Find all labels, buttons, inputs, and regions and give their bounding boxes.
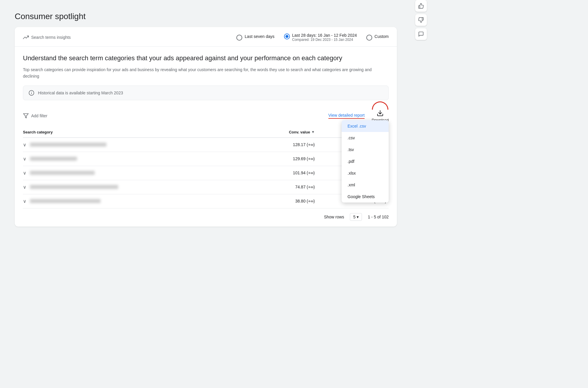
- table-row: ∨blurred category text here101.94 (+∞)1K…: [23, 166, 389, 180]
- filter-row: Add filter View detailed report: [23, 106, 389, 127]
- radio-label-custom: Custom: [375, 34, 389, 39]
- radio-circle-last7: [236, 35, 242, 41]
- dropdown-item-google-sheets[interactable]: Google Sheets: [342, 191, 389, 203]
- search-insights-label: Search terms insights: [23, 34, 71, 40]
- show-rows-label: Show rows: [324, 215, 344, 219]
- filter-button[interactable]: Add filter: [23, 113, 47, 119]
- pagination-text: 1 - 5 of 102: [368, 215, 389, 219]
- page-title: Consumer spotlight: [15, 12, 397, 21]
- info-icon: [29, 90, 34, 96]
- dropdown-item-excel-csv[interactable]: Excel .csv: [342, 120, 389, 132]
- rows-value: 5: [353, 215, 355, 219]
- table-cell-category: ∨blurred category text here: [23, 180, 251, 194]
- radio-custom[interactable]: Custom: [366, 34, 389, 41]
- table-row: ∨blurred category text here38.80 (+∞)100…: [23, 194, 389, 208]
- chevron-expand-icon[interactable]: ∨: [23, 142, 26, 148]
- table-row: ∨blurred category text here74.87 (+∞)100…: [23, 180, 389, 194]
- radio-label-last28: Last 28 days: 16 Jan - 12 Feb 2024: [292, 33, 357, 38]
- thumbup-button[interactable]: [415, 0, 427, 12]
- main-card: Search terms insights Last seven days La…: [15, 27, 397, 227]
- table-footer: Show rows 5 ▾ 1 - 5 of 102: [23, 208, 389, 227]
- view-report-link[interactable]: View detailed report: [328, 113, 365, 119]
- table-cell-conv-value: 101.94 (+∞): [251, 166, 317, 180]
- table-cell-category: ∨blurred category text here: [23, 194, 251, 208]
- download-icon: [377, 110, 384, 117]
- card-body: Understand the search term categories th…: [15, 47, 397, 227]
- dropdown-item-tsv[interactable]: .tsv: [342, 144, 389, 155]
- table-cell-conv-value: 129.69 (+∞): [251, 152, 317, 166]
- download-container: Download Excel .csv .csv .tsv .pdf .xlsx…: [372, 110, 389, 122]
- dropdown-item-pdf[interactable]: .pdf: [342, 155, 389, 167]
- feedback-button[interactable]: [415, 28, 427, 40]
- feedback-icon: [418, 31, 424, 37]
- card-description: Top search categories can provide inspir…: [23, 66, 389, 80]
- thumbup-icon: [418, 3, 424, 9]
- info-banner: Historical data is available starting Ma…: [23, 86, 389, 100]
- trending-icon: [23, 34, 29, 40]
- info-banner-text: Historical data is available starting Ma…: [38, 91, 123, 95]
- table-cell-conv-value: 128.17 (+∞): [251, 138, 317, 152]
- filter-right: View detailed report Downlo: [328, 110, 389, 122]
- card-header: Search terms insights Last seven days La…: [15, 27, 397, 47]
- thumbdown-button[interactable]: [415, 14, 427, 26]
- download-dropdown: Excel .csv .csv .tsv .pdf .xlsx .xml Goo…: [342, 120, 389, 203]
- add-filter-label: Add filter: [31, 113, 47, 118]
- rows-dropdown-arrow: ▾: [357, 215, 359, 219]
- radio-label-last7: Last seven days: [245, 34, 274, 39]
- radio-circle-last28: [284, 34, 290, 39]
- radio-last28[interactable]: Last 28 days: 16 Jan - 12 Feb 2024 Compa…: [284, 33, 357, 42]
- radio-sublabel-last28: Compared: 19 Dec 2023 - 15 Jan 2024: [292, 38, 357, 42]
- table-row: ∨blurred category text here128.17 (+∞)1K…: [23, 138, 389, 152]
- chevron-expand-icon[interactable]: ∨: [23, 198, 26, 204]
- thumbdown-icon: [418, 17, 424, 23]
- table-cell-conv-value: 74.87 (+∞): [251, 180, 317, 194]
- date-range-radio-group: Last seven days Last 28 days: 16 Jan - 1…: [236, 33, 389, 42]
- sidebar-actions: [415, 0, 427, 40]
- col-header-conv-value[interactable]: Conv. value ▼: [251, 127, 317, 138]
- sort-arrow-icon: ▼: [311, 130, 315, 134]
- rows-select[interactable]: 5 ▾: [350, 213, 362, 221]
- download-highlight-arc: [372, 101, 388, 110]
- col-header-category: Search category: [23, 127, 251, 138]
- card-heading: Understand the search term categories th…: [23, 54, 389, 63]
- radio-last7[interactable]: Last seven days: [236, 34, 274, 41]
- dropdown-item-xlsx[interactable]: .xlsx: [342, 167, 389, 179]
- svg-marker-3: [24, 114, 29, 118]
- dropdown-item-csv[interactable]: .csv: [342, 132, 389, 144]
- table-cell-category: ∨blurred category text here: [23, 152, 251, 166]
- chevron-expand-icon[interactable]: ∨: [23, 184, 26, 190]
- table-cell-category: ∨blurred category text here: [23, 138, 251, 152]
- chevron-expand-icon[interactable]: ∨: [23, 170, 26, 176]
- dropdown-item-xml[interactable]: .xml: [342, 179, 389, 191]
- insights-text: Search terms insights: [31, 35, 71, 40]
- filter-icon: [23, 113, 29, 119]
- conv-value-label: Conv. value: [289, 130, 310, 134]
- table-row: ∨blurred category text here129.69 (+∞)1K…: [23, 152, 389, 166]
- data-table: Search category Conv. value ▼ Search vol…: [23, 127, 389, 208]
- radio-circle-custom: [366, 35, 372, 41]
- chevron-expand-icon[interactable]: ∨: [23, 156, 26, 162]
- table-cell-category: ∨blurred category text here: [23, 166, 251, 180]
- table-cell-conv-value: 38.80 (+∞): [251, 194, 317, 208]
